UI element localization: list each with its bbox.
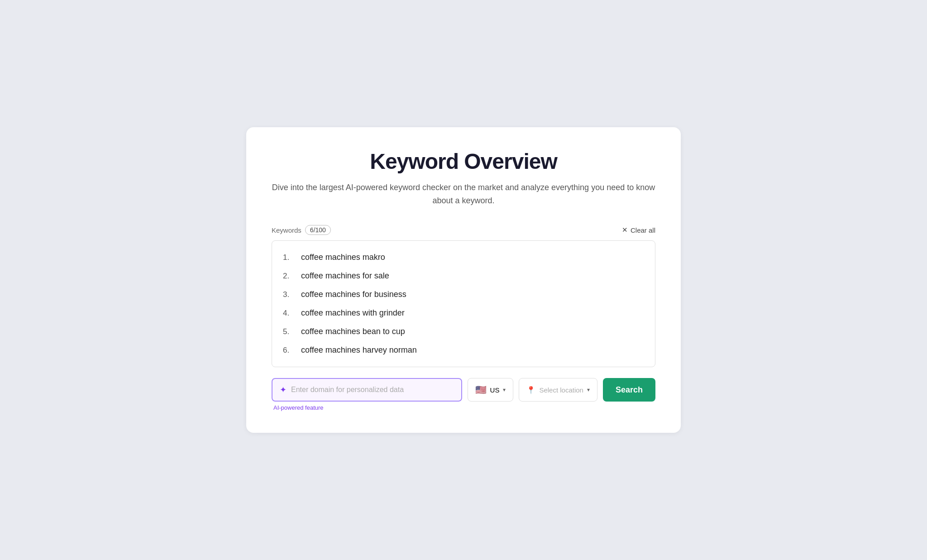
keywords-label: Keywords 6/100 [272,225,331,235]
list-item: coffee machines for sale [283,267,644,285]
search-row: ✦ AI-powered feature 🇺🇸 US ▾ 📍 Select lo… [272,378,655,411]
keywords-section: Keywords 6/100 ✕ Clear all coffee machin… [272,225,655,367]
page-subtitle: Dive into the largest AI-powered keyword… [272,181,655,207]
sparkle-icon: ✦ [280,385,287,395]
list-item: coffee machines harvey norman [283,341,644,359]
domain-input-container: ✦ [272,378,462,402]
chevron-down-icon: ▾ [503,387,506,393]
country-flag: 🇺🇸 [475,384,487,395]
country-selector[interactable]: 🇺🇸 US ▾ [468,378,514,402]
list-item: coffee machines with grinder [283,304,644,322]
keywords-badge: 6/100 [305,225,331,235]
country-code: US [490,386,500,394]
domain-input[interactable] [291,386,454,394]
clear-all-button[interactable]: ✕ Clear all [622,226,655,234]
chevron-down-icon-location: ▾ [587,387,590,393]
close-icon: ✕ [622,226,628,234]
ai-powered-label: AI-powered feature [272,404,462,411]
location-placeholder: Select location [539,386,583,394]
search-button[interactable]: Search [603,378,655,402]
main-card: Keyword Overview Dive into the largest A… [246,127,681,433]
keywords-header: Keywords 6/100 ✕ Clear all [272,225,655,235]
list-item: coffee machines for business [283,285,644,304]
keywords-list: coffee machines makrocoffee machines for… [283,248,644,359]
page-title: Keyword Overview [272,149,655,174]
keywords-list-box: coffee machines makrocoffee machines for… [272,240,655,367]
location-selector[interactable]: 📍 Select location ▾ [519,378,597,402]
domain-input-wrapper: ✦ AI-powered feature [272,378,462,411]
list-item: coffee machines makro [283,248,644,267]
location-pin-icon: 📍 [526,386,535,394]
list-item: coffee machines bean to cup [283,322,644,341]
page-header: Keyword Overview Dive into the largest A… [272,149,655,207]
